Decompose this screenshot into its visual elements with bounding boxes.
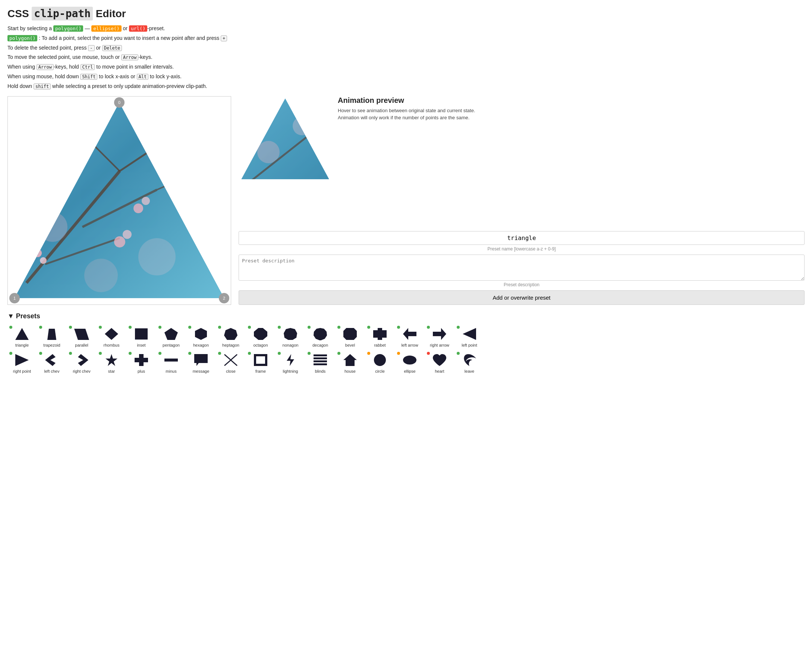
preset-dot <box>218 326 221 329</box>
preset-item-minus[interactable]: minus <box>157 350 186 375</box>
preset-label: right point <box>13 369 31 374</box>
preset-desc-textarea[interactable] <box>239 255 804 281</box>
animation-preview-desc2: Animation will only work if the number o… <box>338 114 475 122</box>
preset-dot <box>397 326 400 329</box>
svg-marker-49 <box>105 354 118 366</box>
preset-icon-plus <box>132 352 151 368</box>
preset-item-rabbet[interactable]: rabbet <box>365 324 394 349</box>
preset-item-star[interactable]: star <box>97 350 126 375</box>
svg-point-59 <box>374 354 386 366</box>
preset-item-right-chev[interactable]: right chev <box>67 350 96 375</box>
svg-point-16 <box>123 230 131 239</box>
svg-point-22 <box>133 203 143 213</box>
preset-icon-star <box>102 352 121 368</box>
preset-icon-right-point <box>13 352 31 368</box>
kbd-alt: Alt <box>137 74 149 80</box>
preset-label: close <box>226 369 236 374</box>
point-handle-1[interactable]: 1 <box>9 293 20 304</box>
preset-label: inset <box>137 343 145 347</box>
preset-icon-rhombus <box>102 327 121 342</box>
preset-item-heptagon[interactable]: heptagon <box>216 324 245 349</box>
badge-ellipse: ellipse() <box>92 25 121 32</box>
preset-icon-heart <box>430 352 449 368</box>
preset-label: lightning <box>283 369 298 374</box>
preset-item-inset[interactable]: inset <box>127 324 156 349</box>
preset-label: left arrow <box>401 343 418 347</box>
preset-item-triangle[interactable]: triangle <box>8 324 37 349</box>
svg-marker-38 <box>254 328 267 340</box>
presets-grid-row1: triangletrapezoidparallelrhombusinsetpen… <box>8 324 804 349</box>
preset-label: triangle <box>15 343 29 347</box>
preset-label: octagon <box>253 343 268 347</box>
preset-dot <box>457 352 460 355</box>
preset-item-circle[interactable]: circle <box>365 350 394 375</box>
preset-item-left-point[interactable]: left point <box>455 324 484 349</box>
preset-name-hint: Preset name [lowercase a-z + 0-9] <box>239 246 804 252</box>
preset-item-pentagon[interactable]: pentagon <box>157 324 186 349</box>
main-layout: 0 1 2 <box>8 96 804 305</box>
preset-item-left-chev[interactable]: left chev <box>37 350 66 375</box>
preset-item-plus[interactable]: plus <box>127 350 156 375</box>
svg-rect-54 <box>314 354 327 356</box>
preset-item-trapezoid[interactable]: trapezoid <box>37 324 66 349</box>
preset-item-house[interactable]: house <box>336 350 365 375</box>
svg-rect-34 <box>135 328 148 340</box>
preset-icon-pentagon <box>162 327 180 342</box>
point-handle-2[interactable]: 2 <box>219 293 229 304</box>
clip-editor[interactable]: 0 1 2 <box>8 96 231 305</box>
preset-dot <box>397 352 400 355</box>
preset-icon-bevel <box>341 327 359 342</box>
preset-item-left-arrow[interactable]: left arrow <box>395 324 424 349</box>
svg-point-28 <box>317 122 324 130</box>
preset-item-right-arrow[interactable]: right arrow <box>425 324 454 349</box>
preset-label: blinds <box>315 369 326 374</box>
preset-icon-circle <box>371 352 389 368</box>
badge-url: url() <box>129 25 147 32</box>
preset-dot <box>188 352 191 355</box>
clip-container <box>8 96 231 305</box>
preset-item-leave[interactable]: leave <box>455 350 484 375</box>
preset-label: rabbet <box>374 343 386 347</box>
preset-item-lightning[interactable]: lightning <box>276 350 305 375</box>
preset-icon-right-arrow <box>430 327 449 342</box>
svg-point-15 <box>114 236 125 247</box>
preset-item-right-point[interactable]: right point <box>8 350 37 375</box>
preset-add-button[interactable]: Add or overwrite preset <box>239 290 804 305</box>
preset-item-parallel[interactable]: parallel <box>67 324 96 349</box>
badge-polygon: polygon() <box>53 25 83 32</box>
preset-icon-triangle <box>13 327 31 342</box>
preset-item-ellipse[interactable]: ellipse <box>395 350 424 375</box>
preset-item-frame[interactable]: frame <box>246 350 275 375</box>
preset-item-close[interactable]: close <box>216 350 245 375</box>
preset-dot <box>367 326 370 329</box>
svg-rect-55 <box>314 357 327 359</box>
presets-header: ▼ Presets <box>8 312 804 320</box>
preset-item-bevel[interactable]: bevel <box>336 324 365 349</box>
presets-title: ▼ Presets <box>8 312 40 320</box>
preset-item-message[interactable]: message <box>186 350 215 375</box>
point-handle-0[interactable]: 0 <box>114 97 125 108</box>
preset-item-decagon[interactable]: decagon <box>306 324 335 349</box>
svg-point-11 <box>179 135 187 143</box>
triangle-clip-shape <box>8 96 231 305</box>
svg-point-13 <box>212 159 221 167</box>
preset-item-hexagon[interactable]: hexagon <box>186 324 215 349</box>
svg-rect-56 <box>314 360 327 362</box>
svg-rect-51 <box>165 359 178 362</box>
preset-icon-close <box>221 352 240 368</box>
preset-icon-trapezoid <box>43 327 61 342</box>
kbd-arrow2: Arrow <box>37 64 54 70</box>
animation-preview-section: Animation preview Hover to see animation… <box>239 96 804 225</box>
preset-icon-minus <box>162 352 180 368</box>
title-mono: clip-path <box>32 7 93 20</box>
preset-icon-blinds <box>311 352 330 368</box>
preset-name-input[interactable] <box>239 231 804 245</box>
preset-item-blinds[interactable]: blinds <box>306 350 335 375</box>
instructions-block: Start by selecting a polygon() — ellipse… <box>8 24 804 91</box>
preset-item-octagon[interactable]: octagon <box>246 324 275 349</box>
preset-item-rhombus[interactable]: rhombus <box>97 324 126 349</box>
preset-dot <box>308 326 311 329</box>
preset-item-heart[interactable]: heart <box>425 350 454 375</box>
preset-item-nonagon[interactable]: nonagon <box>276 324 305 349</box>
preset-label: house <box>345 369 356 374</box>
